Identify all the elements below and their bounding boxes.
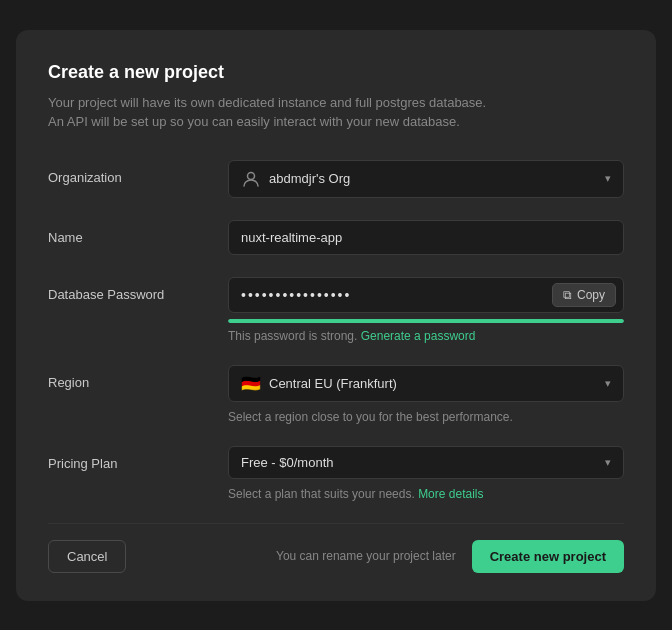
organization-label: Organization [48, 160, 228, 185]
region-label: Region [48, 365, 228, 390]
name-input[interactable] [228, 220, 624, 255]
organization-field: abdmdjr's Org ▾ [228, 160, 624, 198]
organization-select[interactable]: abdmdjr's Org ▾ [228, 160, 624, 198]
organization-row: Organization abdmdjr's Org ▾ [48, 160, 624, 198]
copy-label: Copy [577, 288, 605, 302]
region-hint: Select a region close to you for the bes… [228, 410, 624, 424]
modal-title: Create a new project [48, 62, 624, 83]
generate-password-link[interactable]: Generate a password [361, 329, 476, 343]
password-field: ⧉ Copy This password is strong. Generate… [228, 277, 624, 343]
region-field: 🇩🇪 Central EU (Frankfurt) ▾ Select a reg… [228, 365, 624, 424]
password-strength-fill [228, 319, 624, 323]
more-details-link[interactable]: More details [418, 487, 483, 501]
chevron-down-icon: ▾ [605, 456, 611, 469]
create-project-button[interactable]: Create new project [472, 540, 624, 573]
chevron-down-icon: ▾ [605, 377, 611, 390]
region-row: Region 🇩🇪 Central EU (Frankfurt) ▾ Selec… [48, 365, 624, 424]
pricing-hint: Select a plan that suits your needs. Mor… [228, 487, 624, 501]
svg-point-0 [248, 172, 255, 179]
create-project-modal: Create a new project Your project will h… [16, 30, 656, 601]
name-label: Name [48, 220, 228, 245]
pricing-label: Pricing Plan [48, 446, 228, 471]
pricing-row: Pricing Plan Free - $0/month ▾ Select a … [48, 446, 624, 501]
password-hint: This password is strong. Generate a pass… [228, 329, 624, 343]
modal-description: Your project will have its own dedicated… [48, 93, 624, 132]
copy-button[interactable]: ⧉ Copy [552, 283, 616, 307]
password-label: Database Password [48, 277, 228, 302]
copy-icon: ⧉ [563, 288, 572, 302]
password-wrapper: ⧉ Copy [228, 277, 624, 313]
modal-footer: Cancel You can rename your project later… [48, 523, 624, 573]
password-row: Database Password ⧉ Copy This password i… [48, 277, 624, 343]
name-row: Name [48, 220, 624, 255]
rename-hint: You can rename your project later [276, 549, 456, 563]
name-field [228, 220, 624, 255]
org-icon [241, 169, 261, 189]
cancel-button[interactable]: Cancel [48, 540, 126, 573]
password-strength-bar [228, 319, 624, 323]
region-value: Central EU (Frankfurt) [269, 376, 397, 391]
region-select[interactable]: 🇩🇪 Central EU (Frankfurt) ▾ [228, 365, 624, 402]
pricing-select[interactable]: Free - $0/month ▾ [228, 446, 624, 479]
region-flag: 🇩🇪 [241, 374, 261, 393]
pricing-field: Free - $0/month ▾ Select a plan that sui… [228, 446, 624, 501]
chevron-down-icon: ▾ [605, 172, 611, 185]
organization-value: abdmdjr's Org [269, 171, 350, 186]
pricing-value: Free - $0/month [241, 455, 334, 470]
